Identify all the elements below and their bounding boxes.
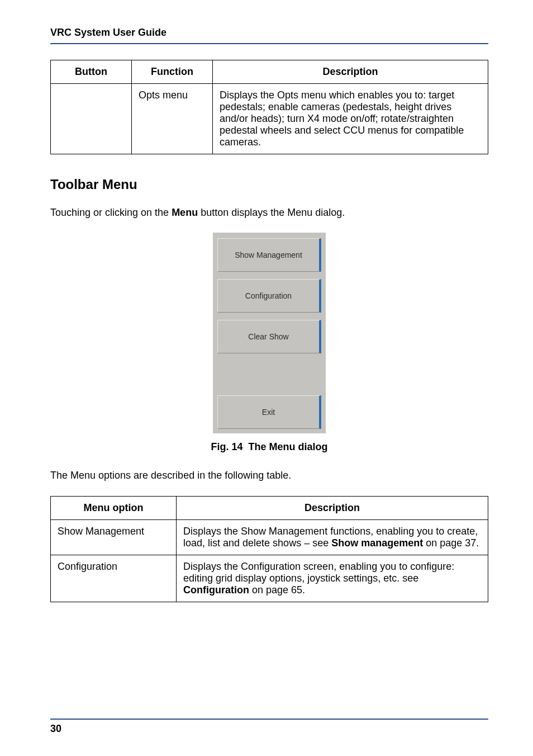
page-footer: 30 (50, 719, 488, 735)
cell-menu-option: Configuration (51, 555, 177, 602)
intro-bold: Menu (172, 207, 198, 218)
table-row: Opts menu Displays the Opts menu which e… (51, 84, 488, 154)
opts-table: Button Function Description Opts menu Di… (50, 60, 488, 154)
th-menu-option: Menu option (51, 496, 177, 519)
cell-button (51, 84, 132, 154)
cell-function: Opts menu (132, 84, 213, 154)
desc-bold: Show management (331, 537, 423, 549)
desc-before: Displays the Configuration screen, enabl… (183, 561, 454, 584)
cell-menu-description: Displays the Show Management functions, … (177, 519, 488, 555)
th-function: Function (132, 60, 213, 84)
configuration-button[interactable]: Configuration (217, 279, 321, 313)
desc-after: on page 37. (423, 537, 479, 549)
menu-dialog-figure: Show Management Configuration Clear Show… (50, 233, 488, 433)
th-description: Description (213, 60, 488, 84)
section-title: Toolbar Menu (50, 177, 488, 192)
exit-button[interactable]: Exit (217, 395, 321, 429)
intro-paragraph: Touching or clicking on the Menu button … (50, 206, 488, 219)
th-button: Button (51, 60, 132, 84)
table-row: Configuration Displays the Configuration… (51, 555, 488, 602)
intro-after: button displays the Menu dialog. (198, 207, 345, 218)
menu-options-table: Menu option Description Show Management … (50, 496, 488, 602)
desc-after: on page 65. (249, 584, 305, 596)
table-row: Show Management Displays the Show Manage… (51, 519, 488, 555)
cell-description: Displays the Opts menu which enables you… (213, 84, 488, 154)
clear-show-button[interactable]: Clear Show (217, 320, 321, 353)
cell-menu-option: Show Management (51, 519, 177, 555)
intro-before: Touching or clicking on the (50, 207, 172, 218)
figcap-prefix: Fig. 14 (211, 441, 242, 452)
desc-bold: Configuration (183, 584, 249, 596)
menu-dialog: Show Management Configuration Clear Show… (213, 233, 326, 433)
figure-caption: Fig. 14 The Menu dialog (50, 441, 488, 453)
cell-menu-description: Displays the Configuration screen, enabl… (177, 555, 488, 602)
page: VRC System User Guide Button Function De… (0, 0, 533, 756)
th-menu-description: Description (177, 496, 488, 519)
dialog-spacer (217, 361, 321, 395)
show-management-button[interactable]: Show Management (217, 238, 321, 272)
running-header: VRC System User Guide (50, 27, 488, 44)
menu-table-intro: The Menu options are described in the fo… (50, 469, 488, 482)
page-number: 30 (50, 723, 61, 734)
figcap-text: The Menu dialog (249, 441, 328, 452)
